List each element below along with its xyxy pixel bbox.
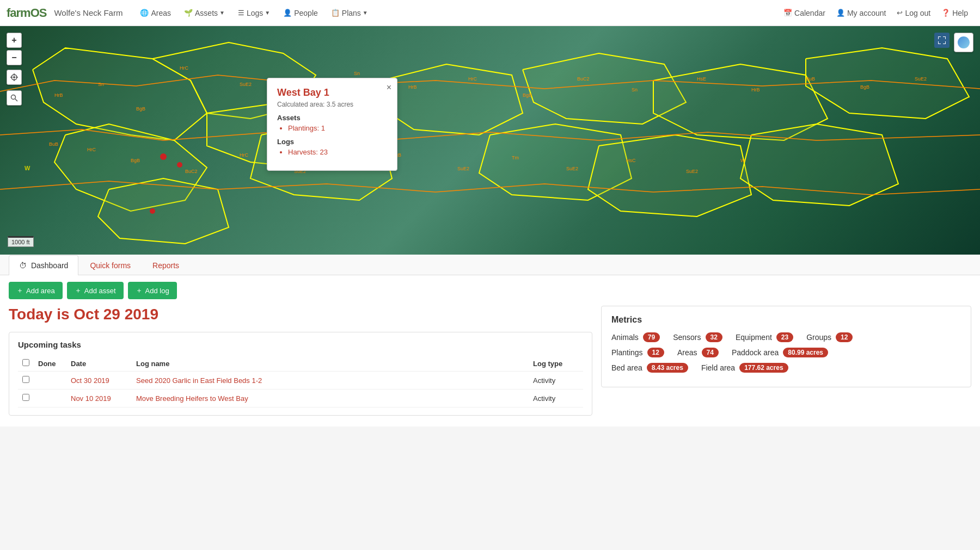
add-area-button[interactable]: ＋ Add area [9, 282, 63, 299]
popup-logs-list: Harvests: 23 [277, 148, 387, 156]
map-container[interactable]: HrB Sn BgB HrC SuE2 BuC2 Sn HrB HrC BgB … [0, 26, 980, 255]
add-log-button[interactable]: ＋ Add log [128, 282, 177, 299]
nav-people[interactable]: 👤 People [278, 0, 323, 26]
svg-point-32 [160, 153, 167, 160]
groups-badge: 12 [836, 332, 853, 342]
nav-assets[interactable]: 🌱 Assets ▼ [179, 0, 230, 26]
svg-text:Sn: Sn [632, 87, 638, 92]
brand-logo[interactable]: farmOS [7, 6, 46, 20]
metric-sensors[interactable]: Sensors 32 [673, 332, 722, 342]
plus-icon-area: ＋ [16, 286, 23, 295]
field-area-label: Field area [701, 363, 735, 372]
nav-right: 📅 Calendar 👤 My account ↩ Log out ❓ Help [778, 0, 973, 26]
popup-close-button[interactable]: × [387, 83, 391, 92]
metric-field-area[interactable]: Field area 177.62 acres [701, 363, 788, 373]
row2-date: Nov 10 2019 [66, 390, 132, 407]
tab-reports[interactable]: Reports [142, 255, 189, 275]
svg-text:HrB: HrB [54, 92, 63, 98]
nav-logout[interactable]: ↩ Log out [891, 0, 936, 26]
svg-text:HrB: HrB [408, 84, 417, 90]
popup-asset-item[interactable]: Plantings: 1 [288, 124, 387, 132]
metric-animals[interactable]: Animals 79 [611, 332, 660, 342]
tab-quick-forms[interactable]: Quick forms [79, 255, 141, 275]
groups-label: Groups [806, 333, 831, 342]
svg-text:HrC: HrC [180, 65, 188, 71]
svg-text:BgB: BgB [523, 92, 532, 98]
svg-point-34 [150, 208, 155, 214]
svg-text:BuB: BuB [49, 141, 58, 147]
popup-logs-label: Logs [277, 138, 387, 146]
col-checkbox [18, 356, 34, 372]
metric-equipment[interactable]: Equipment 23 [736, 332, 793, 342]
paddock-area-badge: 80.99 acres [783, 348, 828, 357]
content-area: ⏱ Dashboard Quick forms Reports ＋ Add ar… [0, 255, 980, 427]
logs-icon: ☰ [238, 9, 244, 17]
col-date-header: Date [66, 356, 132, 372]
popup-log-item[interactable]: Harvests: 23 [288, 148, 387, 156]
svg-text:SuE2: SuE2 [457, 166, 469, 171]
layer-switcher-button[interactable] [954, 33, 973, 52]
account-icon: 👤 [836, 9, 845, 17]
svg-text:Sn: Sn [98, 82, 104, 87]
svg-text:BuC2: BuC2 [577, 76, 590, 82]
dashboard-icon: ⏱ [19, 261, 27, 270]
metric-paddock-area[interactable]: Paddock area 80.99 acres [732, 348, 828, 357]
svg-point-33 [177, 162, 182, 168]
map-scale: 1000 ft [8, 236, 34, 247]
assets-icon: 🌱 [184, 9, 193, 17]
map-popup: × West Bay 1 Calculated area: 3.5 acres … [267, 78, 397, 171]
popup-assets-label: Assets [277, 114, 387, 122]
svg-text:BuB: BuB [806, 76, 815, 82]
nav-plans[interactable]: 📋 Plans ▼ [326, 0, 373, 26]
people-icon: 👤 [283, 9, 292, 17]
plus-icon-asset: ＋ [75, 286, 82, 295]
svg-text:HsC: HsC [626, 158, 636, 163]
svg-text:HrC: HrC [468, 76, 477, 82]
nav-my-account[interactable]: 👤 My account [831, 0, 892, 26]
add-asset-button[interactable]: ＋ Add asset [67, 282, 124, 299]
metric-areas[interactable]: Areas 74 [677, 348, 719, 357]
map-background: HrB Sn BgB HrC SuE2 BuC2 Sn HrB HrC BgB … [0, 26, 980, 255]
nav-logs[interactable]: ☰ Logs ▼ [232, 0, 275, 26]
popup-title: West Bay 1 [277, 87, 387, 98]
metrics-row-3: Bed area 8.43 acres Field area 177.62 ac… [611, 363, 961, 373]
svg-point-36 [13, 76, 15, 78]
assets-dropdown-arrow: ▼ [219, 10, 225, 16]
calendar-icon: 📅 [783, 9, 792, 17]
main-columns: Today is Oct 29 2019 Upcoming tasks Done [0, 306, 980, 427]
sensors-badge: 32 [706, 332, 722, 342]
select-all-checkbox[interactable] [22, 359, 29, 366]
layer-icon [958, 36, 970, 48]
zoom-in-button[interactable]: + [7, 33, 22, 48]
nav-areas[interactable]: 🌐 Areas [134, 0, 176, 26]
metrics-row-2: Plantings 12 Areas 74 Paddock area 80.99… [611, 348, 961, 357]
svg-text:Sn: Sn [354, 71, 360, 76]
metric-plantings[interactable]: Plantings 12 [611, 348, 664, 357]
action-bar: ＋ Add area ＋ Add asset ＋ Add log [0, 275, 980, 306]
zoom-out-button[interactable]: − [7, 50, 22, 65]
areas-badge: 74 [702, 348, 719, 357]
bed-area-label: Bed area [611, 363, 642, 372]
animals-badge: 79 [643, 332, 660, 342]
metric-bed-area[interactable]: Bed area 8.43 acres [611, 363, 688, 373]
row2-checkbox[interactable] [22, 394, 29, 401]
location-button[interactable] [7, 70, 22, 85]
map-search-button[interactable] [7, 90, 22, 106]
popup-subtitle: Calculated area: 3.5 acres [277, 101, 387, 108]
tab-dashboard[interactable]: ⏱ Dashboard [9, 255, 78, 275]
plans-dropdown-arrow: ▼ [363, 10, 368, 16]
table-row: Oct 30 2019 Seed 2020 Garlic in East Fie… [18, 372, 583, 390]
nav-help[interactable]: ❓ Help [936, 0, 973, 26]
right-column: Metrics Animals 79 Sensors 32 Equipment … [601, 306, 971, 416]
fullscreen-button[interactable] [934, 33, 950, 48]
tasks-box: Upcoming tasks Done Date [9, 332, 592, 416]
metrics-box: Metrics Animals 79 Sensors 32 Equipment … [601, 306, 971, 387]
nav-calendar[interactable]: 📅 Calendar [778, 0, 831, 26]
row1-checkbox[interactable] [22, 376, 29, 383]
col-logtype-header: Log type [529, 356, 583, 372]
row1-log-name[interactable]: Seed 2020 Garlic in East Field Beds 1-2 [132, 372, 529, 390]
row1-log-type: Activity [529, 372, 583, 390]
row2-log-name[interactable]: Move Breeding Heifers to West Bay [132, 390, 529, 407]
metric-groups[interactable]: Groups 12 [806, 332, 853, 342]
areas-label: Areas [677, 348, 697, 357]
